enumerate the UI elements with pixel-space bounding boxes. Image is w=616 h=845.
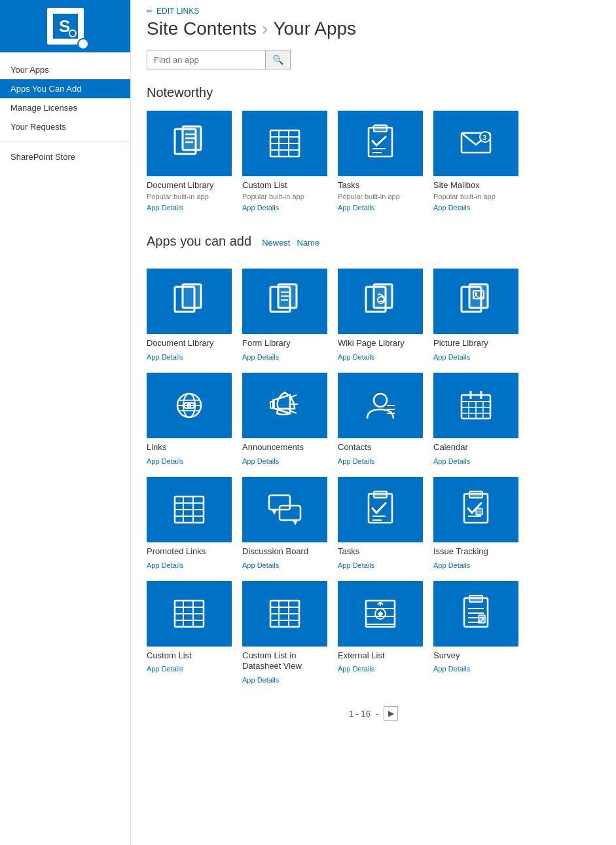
sort-name[interactable]: Name <box>297 238 319 248</box>
app-tile-document-library-noteworthy[interactable]: Document Library Popular built-in app Ap… <box>147 111 232 213</box>
sharepoint-logo: S <box>47 8 84 45</box>
app-tile-name: Tasks <box>338 546 423 557</box>
sidebar-logo: S <box>0 0 130 52</box>
app-details-link[interactable]: App Details <box>242 561 279 569</box>
svg-marker-67 <box>272 510 277 515</box>
apps-can-add-header: Apps you can add Newest Name <box>147 234 600 258</box>
app-tile-tasks-noteworthy[interactable]: Tasks Popular built-in app App Details <box>338 111 423 213</box>
app-tile-name: Calendar <box>433 442 518 453</box>
app-tile-tasks[interactable]: Tasks App Details <box>338 477 423 571</box>
app-tile-name: Document Library <box>147 180 232 191</box>
app-details-link[interactable]: App Details <box>433 457 470 465</box>
app-tile-name: Announcements <box>242 442 327 453</box>
app-tile-sub: Popular built-in app <box>433 193 518 200</box>
app-tile-wiki-page-library[interactable]: Wiki Page Library App Details <box>338 269 423 362</box>
app-tile-site-mailbox-noteworthy[interactable]: 3 Site Mailbox Popular built-in app App … <box>433 111 518 213</box>
app-icon-picture-library <box>433 269 518 334</box>
app-tile-custom-list-noteworthy[interactable]: Custom List Popular built-in app App Det… <box>242 111 327 213</box>
svg-text:3: 3 <box>482 134 486 141</box>
pagination-next-button[interactable]: ▶ <box>384 706 398 721</box>
sidebar-item-your-requests[interactable]: Your Requests <box>0 117 130 136</box>
app-details-link[interactable]: App Details <box>338 353 374 361</box>
app-details-link[interactable]: App Details <box>433 561 470 569</box>
main-content: ✏ EDIT LINKS Site Contents › Your Apps 🔍… <box>131 0 616 845</box>
edit-links-label: EDIT LINKS <box>156 7 199 16</box>
svg-rect-23 <box>183 284 201 308</box>
search-button[interactable]: 🔍 <box>265 50 290 69</box>
app-tile-announcements[interactable]: Announcements App Details <box>242 373 327 466</box>
app-tile-name: Links <box>147 442 232 453</box>
app-tile-picture-library[interactable]: Picture Library App Details <box>433 269 518 362</box>
app-details-link[interactable]: App Details <box>433 353 470 361</box>
sort-links: Newest Name <box>262 238 319 248</box>
app-tile-calendar[interactable]: Calendar App Details <box>433 373 518 466</box>
app-details-link[interactable]: App Details <box>242 353 279 361</box>
app-tile-promoted-links[interactable]: Promoted Links App Details <box>147 477 232 571</box>
app-tile-custom-list[interactable]: Custom List App Details <box>147 581 232 686</box>
app-tile-name: Document Library <box>147 338 232 349</box>
app-details-link[interactable]: App Details <box>338 665 374 673</box>
svg-text:S: S <box>59 16 70 36</box>
pagination: 1 - 16 - ▶ <box>147 706 600 721</box>
app-details-link[interactable]: App Details <box>147 665 183 673</box>
app-tile-discussion-board[interactable]: Discussion Board App Details <box>242 477 327 571</box>
sidebar-item-sharepoint-store[interactable]: SharePoint Store <box>0 147 130 166</box>
sidebar-item-your-apps[interactable]: Your Apps <box>0 60 130 79</box>
breadcrumb-current: Your Apps <box>273 18 356 39</box>
app-tile-name: Picture Library <box>433 338 518 349</box>
app-tile-issue-tracking[interactable]: Issue Tracking App Details <box>433 477 518 571</box>
app-details-link[interactable]: App Details <box>147 353 183 361</box>
svg-rect-75 <box>469 491 482 498</box>
pencil-icon: ✏ <box>147 7 153 16</box>
edit-links-bar[interactable]: ✏ EDIT LINKS <box>147 0 600 18</box>
app-details-link[interactable]: App Details <box>433 204 470 212</box>
app-details-link[interactable]: App Details <box>338 204 374 212</box>
app-icon-document-library <box>147 269 232 334</box>
app-tile-name: Promoted Links <box>147 546 232 557</box>
noteworthy-section-title: Noteworthy <box>147 85 600 100</box>
apps-can-add-grid: Document Library App Details Form Librar… <box>147 269 600 685</box>
app-details-link[interactable]: App Details <box>147 561 183 569</box>
app-tile-sub: Popular built-in app <box>338 193 423 200</box>
sort-newest[interactable]: Newest <box>262 238 290 248</box>
svg-point-47 <box>374 394 387 407</box>
app-details-link[interactable]: App Details <box>242 204 279 212</box>
app-details-link[interactable]: App Details <box>242 457 279 465</box>
app-tile-name: Discussion Board <box>242 546 327 557</box>
app-icon-links <box>147 373 232 438</box>
app-tile-survey[interactable]: Survey App Details <box>433 581 518 686</box>
app-tile-form-library[interactable]: Form Library App Details <box>242 269 327 362</box>
sidebar-item-manage-licenses[interactable]: Manage Licenses <box>0 98 130 117</box>
app-tile-name: External List <box>338 650 423 662</box>
app-icon-contacts <box>338 373 423 438</box>
app-icon-tasks <box>338 477 423 542</box>
app-details-link[interactable]: App Details <box>147 457 183 465</box>
app-icon-form-library <box>242 269 327 334</box>
svg-point-3 <box>70 31 75 36</box>
app-tile-external-list[interactable]: External List App Details <box>338 581 423 686</box>
svg-rect-77 <box>476 508 482 515</box>
app-tile-name: Contacts <box>338 442 423 453</box>
app-details-link[interactable]: App Details <box>338 457 374 465</box>
app-icon-custom-list-noteworthy <box>242 111 327 176</box>
app-details-link[interactable]: App Details <box>338 561 374 569</box>
svg-point-97 <box>378 612 382 616</box>
svg-rect-33 <box>469 284 488 308</box>
app-icon-calendar <box>433 373 518 438</box>
app-tile-contacts[interactable]: Contacts App Details <box>338 373 423 466</box>
svg-rect-107 <box>479 615 485 623</box>
search-input[interactable] <box>147 51 265 69</box>
app-tile-custom-list-datasheet[interactable]: Custom List in Datasheet View App Detail… <box>242 581 327 686</box>
app-tile-name: Custom List <box>147 650 232 662</box>
app-details-link[interactable]: App Details <box>433 665 470 673</box>
noteworthy-app-grid: Document Library Popular built-in app Ap… <box>147 111 600 213</box>
sidebar-navigation: Your Apps Apps You Can Add Manage Licens… <box>0 52 130 845</box>
app-tile-name: Form Library <box>242 338 327 349</box>
svg-rect-102 <box>469 595 482 602</box>
app-tile-document-library[interactable]: Document Library App Details <box>147 269 232 362</box>
app-details-link[interactable]: App Details <box>147 204 183 212</box>
app-tile-links[interactable]: Links App Details <box>147 373 232 466</box>
app-details-link[interactable]: App Details <box>242 676 279 684</box>
sidebar-divider <box>0 141 130 142</box>
sidebar-item-apps-you-can-add[interactable]: Apps You Can Add <box>0 79 130 98</box>
